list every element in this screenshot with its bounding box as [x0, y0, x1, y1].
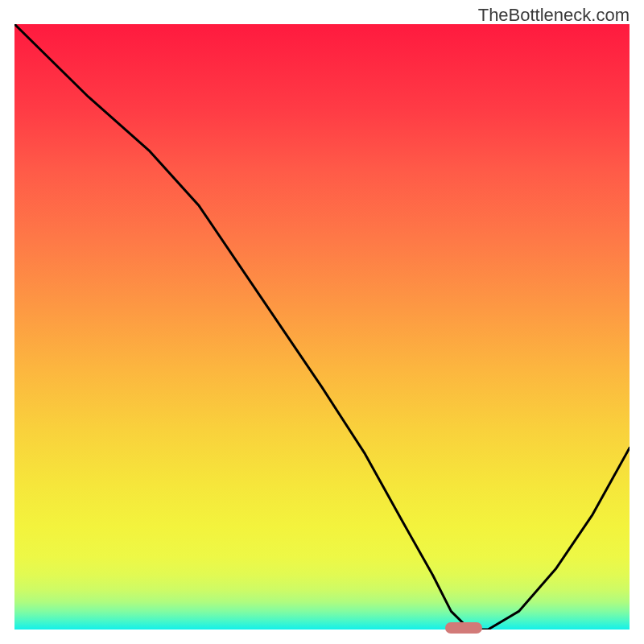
plot-area — [14, 24, 630, 630]
watermark-text: TheBottleneck.com — [478, 5, 630, 26]
bottleneck-curve — [14, 24, 630, 630]
chart-container: TheBottleneck.com — [0, 0, 644, 644]
curve-svg — [14, 24, 630, 630]
valley-marker — [445, 622, 482, 634]
